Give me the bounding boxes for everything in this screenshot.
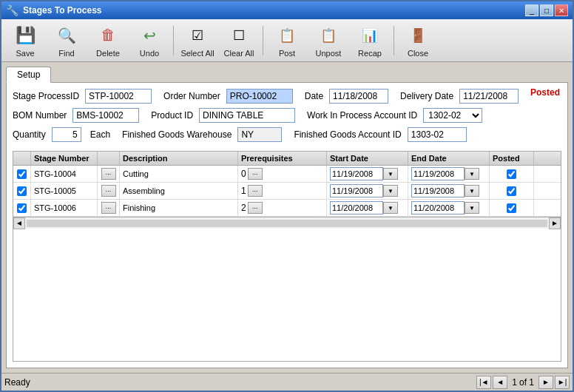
row1-start-date-cell: ▼ [327,166,408,182]
row3-end-date-input[interactable] [411,201,465,214]
bom-number-input[interactable] [72,108,139,123]
table-row: STG-10004 ··· Cutting 0 ··· ▼ [13,166,561,183]
row1-stage-number: STG-10004 [31,166,98,182]
work-in-process-label: Work In Process Account ID [307,110,417,121]
recap-button[interactable]: 📊 Recap [351,21,389,60]
close-button[interactable]: 🚪 Close [399,21,437,60]
row2-posted-cell [490,183,534,199]
row2-prereq-browse[interactable]: ··· [248,185,263,197]
undo-label: Undo [140,49,159,58]
delivery-date-label: Delivery Date [400,91,453,101]
quantity-input[interactable] [52,127,81,142]
row2-start-date-input[interactable] [330,184,383,197]
undo-icon: ↩ [138,24,161,47]
row3-end-date-btn[interactable]: ▼ [465,202,479,214]
delete-button[interactable]: 🗑 Delete [89,21,127,60]
nav-prev-button[interactable]: ◄ [493,376,507,389]
date-input[interactable] [329,89,388,104]
row1-posted-checkbox[interactable] [507,169,516,179]
horizontal-scrollbar: ◄ ► [13,217,561,229]
row2-browse-button[interactable]: ··· [101,185,116,197]
unpost-icon: 📋 [317,24,340,47]
row3-start-date-input[interactable] [330,201,383,214]
row3-stage-number: STG-10006 [31,200,98,216]
row2-checkbox[interactable] [17,186,27,196]
header-browse [98,152,120,165]
row3-posted-checkbox[interactable] [507,203,516,213]
find-button[interactable]: 🔍 Find [47,21,86,60]
quantity-unit: Each [90,129,110,140]
unpost-button[interactable]: 📋 Unpost [309,21,348,60]
undo-button[interactable]: ↩ Undo [130,21,169,60]
find-label: Find [58,49,74,58]
quantity-label: Quantity [13,129,46,140]
scroll-track[interactable] [27,220,547,227]
nav-last-button[interactable]: ►| [555,376,570,389]
row3-checkbox[interactable] [17,203,27,213]
save-button[interactable]: 💾 Save [6,21,44,60]
row1-description: Cutting [120,166,238,182]
save-icon: 💾 [13,24,37,47]
scroll-right-button[interactable]: ► [549,217,561,229]
row1-browse-button[interactable]: ··· [101,168,116,180]
product-id-label: Product ID [151,110,193,121]
row1-browse-cell: ··· [98,166,120,182]
row3-browse-button[interactable]: ··· [101,202,116,214]
table-row: STG-10006 ··· Finishing 2 ··· ▼ [13,200,561,217]
finished-goods-account-input[interactable] [408,127,467,142]
row1-check-cell [13,166,31,182]
status-text: Ready [4,377,30,388]
row2-stage-number: STG-10005 [31,183,98,199]
delivery-date-input[interactable] [459,89,519,104]
row1-prereq-value: 0 [241,169,246,179]
select-all-button[interactable]: ☑ Select All [178,21,217,60]
row2-posted-checkbox[interactable] [507,186,516,196]
maximize-button[interactable]: □ [540,4,553,16]
post-button[interactable]: 📋 Post [268,21,306,60]
delete-icon: 🗑 [96,24,120,47]
row3-posted-cell [490,200,534,216]
clear-all-button[interactable]: ☐ Clear All [220,21,258,60]
row1-checkbox[interactable] [17,169,27,179]
work-in-process-select[interactable]: 1302-02 [423,108,482,123]
row1-end-date-btn[interactable]: ▼ [465,168,479,180]
main-window: 🔧 Stages To Process _ □ ✕ 💾 Save 🔍 Find … [0,0,574,392]
table-header: Stage Number Description Prerequisites S… [13,152,561,166]
close-icon: 🚪 [406,24,430,47]
clear-all-label: Clear All [224,49,254,58]
nav-first-button[interactable]: |◄ [476,376,491,389]
row3-start-date-cell: ▼ [327,200,408,216]
stage-process-id-input[interactable] [85,89,152,104]
row1-start-date-input[interactable] [330,167,383,180]
row3-check-cell [13,200,31,216]
row2-end-date-btn[interactable]: ▼ [465,185,479,197]
row3-prereq-browse[interactable]: ··· [248,202,263,214]
order-number-input[interactable] [226,89,293,104]
header-stage-number: Stage Number [31,152,98,165]
header-prerequisites: Prerequisites [238,152,327,165]
row2-browse-cell: ··· [98,183,120,199]
save-label: Save [16,49,34,58]
header-start-date: Start Date [327,152,408,165]
header-end-date: End Date [408,152,490,165]
row2-end-date-input[interactable] [411,184,465,197]
product-id-input[interactable] [199,108,295,123]
minimize-button[interactable]: _ [525,4,538,16]
finished-goods-warehouse-input[interactable] [237,127,282,142]
row1-end-date-input[interactable] [411,167,465,180]
header-posted: Posted [490,152,534,165]
post-label: Post [279,49,295,58]
row3-start-date-btn[interactable]: ▼ [383,202,398,214]
toolbar-separator-1 [173,26,174,55]
form-row-2: BOM Number Product ID Work In Process Ac… [13,108,561,123]
row1-prereq-browse[interactable]: ··· [248,168,263,180]
nav-next-button[interactable]: ► [538,376,553,389]
row1-start-date-btn[interactable]: ▼ [383,168,398,180]
row1-posted-cell [490,166,534,182]
scroll-left-button[interactable]: ◄ [13,217,25,229]
close-window-button[interactable]: ✕ [555,4,568,16]
toolbar: 💾 Save 🔍 Find 🗑 Delete ↩ Undo ☑ Select A… [1,19,573,62]
form-row-1: Stage ProcessID Order Number Date Delive… [13,89,561,104]
tab-setup[interactable]: Setup [6,67,51,83]
row2-start-date-btn[interactable]: ▼ [383,185,398,197]
